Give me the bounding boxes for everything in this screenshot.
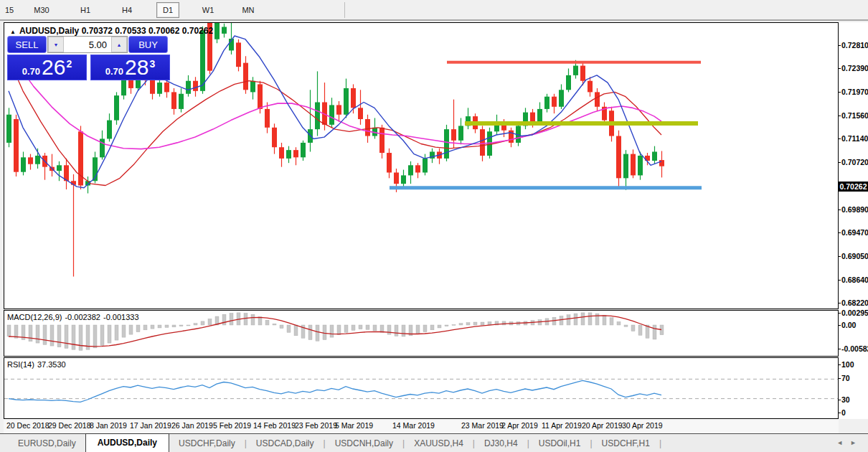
- buy-price-box[interactable]: 0.70 28 3: [90, 55, 170, 80]
- chart-title: ▲AUDUSD,Daily 0.70372 0.70533 0.70062 0.…: [10, 26, 213, 36]
- rsi-axis-label: 100: [841, 360, 854, 369]
- sell-price-main: 26: [42, 57, 65, 77]
- time-axis-label: 23 Feb 2019: [295, 421, 337, 430]
- chart-ohlc-values: 0.70372 0.70533 0.70062 0.70262: [82, 26, 214, 36]
- tab-usdcad-daily[interactable]: USDCAD,Daily: [247, 435, 324, 451]
- rsi-value: 37.3530: [37, 360, 66, 369]
- price-axis-label: 0.72810: [841, 41, 868, 50]
- toolbar-separator: [344, 2, 345, 18]
- rsi-indicator-chart[interactable]: [4, 358, 838, 418]
- rsi-label: RSI(14)37.3530: [7, 360, 69, 369]
- tab-usdcnh-daily[interactable]: USDCNH,Daily: [326, 435, 402, 451]
- sell-button[interactable]: SELL: [7, 36, 47, 53]
- price-axis-label: 0.68220: [841, 298, 868, 307]
- timeframe-m30-button[interactable]: M30: [19, 3, 65, 17]
- tab-usdchf-h1[interactable]: USDCHF,H1: [593, 435, 659, 451]
- macd-indicator-panel[interactable]: MACD(12,26,9)-0.002382-0.001333: [4, 310, 839, 357]
- time-axis-label: 17 Jan 2019: [130, 421, 171, 430]
- tab-usdoil-h1[interactable]: USDOil,H1: [529, 435, 590, 451]
- chart-tabs-bar: EURUSD,Daily AUDUSD,Daily USDCHF,Daily |…: [0, 433, 868, 452]
- tab-eurusd-daily[interactable]: EURUSD,Daily: [9, 435, 85, 451]
- timeframe-m15-button[interactable]: 15: [0, 3, 19, 17]
- time-axis-label: 14 Mar 2019: [392, 421, 435, 430]
- macd-name: MACD(12,26,9): [7, 313, 62, 321]
- time-axis-label: 2 Apr 2019: [501, 421, 538, 430]
- tab-usdchf-daily[interactable]: USDCHF,Daily: [169, 435, 245, 451]
- volume-input[interactable]: 5.00: [64, 37, 111, 52]
- price-axis-label: 0.69890: [841, 205, 868, 214]
- price-axis-label: 0.71560: [841, 111, 868, 120]
- rsi-name: RSI(14): [7, 360, 34, 369]
- time-axis-label: 30 Apr 2019: [622, 421, 663, 430]
- price-axis[interactable]: 0.72810 0.72390 0.71970 0.71560 0.71140 …: [839, 22, 868, 419]
- timeframe-d1-button[interactable]: D1: [156, 2, 179, 18]
- macd-axis-label: 0.002957: [841, 309, 868, 317]
- time-axis-label: 5 Mar 2019: [335, 421, 373, 430]
- rsi-axis-label: 70: [841, 374, 850, 382]
- time-axis-label: 8 Jan 2019: [90, 421, 127, 430]
- one-click-trading-panel: SELL ▼ 5.00 ▲ BUY 0.70 26 2 0.70 28 3: [7, 36, 170, 80]
- timeframe-h4-button[interactable]: H4: [106, 3, 148, 17]
- volume-decrease-icon[interactable]: ▼: [48, 37, 64, 52]
- price-axis-label: 0.69050: [841, 252, 868, 260]
- sell-price-box[interactable]: 0.70 26 2: [7, 55, 87, 80]
- tab-scroll-right-icon: ►: [850, 439, 864, 446]
- collapse-panel-icon[interactable]: ▲: [10, 29, 16, 35]
- timeframe-toolbar: 15 M30 H1 H4 D1 W1 MN: [0, 0, 868, 21]
- time-axis-label: 26 Jan 2019: [171, 421, 213, 430]
- timeframe-w1-button[interactable]: W1: [188, 3, 228, 17]
- tab-scroll-arrows[interactable]: ◄►: [836, 439, 864, 446]
- time-axis-label: 5 Feb 2019: [213, 421, 251, 430]
- price-axis-label: 0.70720: [841, 158, 868, 166]
- chart-symbol-label: AUDUSD,Daily: [19, 26, 79, 36]
- volume-increase-icon[interactable]: ▲: [111, 37, 127, 52]
- tab-dj30-h4[interactable]: DJ30,H4: [475, 435, 527, 451]
- volume-control: ▼ 5.00 ▲: [47, 36, 128, 53]
- rsi-indicator-panel[interactable]: RSI(14)37.3530: [4, 357, 839, 419]
- tab-scroll-left-icon: ◄: [836, 439, 850, 446]
- price-axis-label: 0.69470: [841, 228, 868, 237]
- macd-axis-label: 0.00: [841, 321, 856, 329]
- sell-price-prefix: 0.70: [22, 65, 40, 77]
- buy-price-pip: 3: [149, 60, 155, 67]
- macd-main-value: -0.002382: [65, 313, 100, 321]
- rsi-axis-label: 0: [841, 408, 846, 417]
- trading-platform-window: 15 M30 H1 H4 D1 W1 MN ▲AUDUSD,Daily 0.70…: [0, 0, 868, 452]
- time-axis-label: 11 Apr 2019: [542, 421, 582, 430]
- macd-label: MACD(12,26,9)-0.002382-0.001333: [7, 313, 142, 321]
- rsi-axis-label: 30: [841, 395, 850, 404]
- buy-price-main: 28: [125, 57, 148, 77]
- buy-price-prefix: 0.70: [105, 65, 123, 77]
- price-axis-label: 0.68640: [841, 276, 868, 284]
- macd-axis-label: -0.00582: [841, 344, 868, 353]
- buy-button[interactable]: BUY: [128, 36, 168, 53]
- time-axis-label: 29 Dec 2018: [48, 421, 91, 430]
- time-axis-label: 20 Dec 2018: [6, 421, 49, 430]
- current-price-tag: 0.70262: [839, 182, 868, 192]
- time-axis-label: 20 Apr 2019: [582, 421, 623, 430]
- main-chart-panel[interactable]: ▲AUDUSD,Daily 0.70372 0.70533 0.70062 0.…: [4, 22, 839, 309]
- time-axis-label: 23 Mar 2019: [461, 421, 504, 430]
- price-axis-label: 0.71140: [841, 134, 868, 143]
- timeframe-h1-button[interactable]: H1: [65, 3, 106, 17]
- price-axis-label: 0.71970: [841, 88, 868, 96]
- tab-separator: |: [659, 438, 661, 448]
- time-axis[interactable]: 20 Dec 2018 29 Dec 2018 8 Jan 2019 17 Ja…: [4, 419, 839, 433]
- sell-price-pip: 2: [66, 60, 72, 67]
- time-axis-label: 14 Feb 2019: [253, 421, 296, 430]
- tab-audusd-daily[interactable]: AUDUSD,Daily: [85, 433, 169, 452]
- tab-xauusd-h4[interactable]: XAUUSD,H4: [405, 435, 473, 451]
- timeframe-mn-button[interactable]: MN: [228, 3, 268, 17]
- macd-signal-value: -0.001333: [103, 313, 139, 321]
- price-axis-label: 0.72390: [841, 64, 868, 72]
